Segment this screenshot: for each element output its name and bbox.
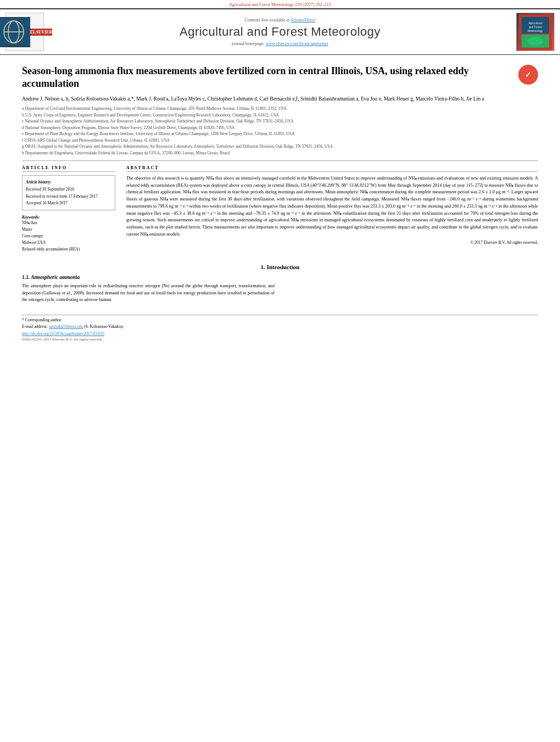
contents-line: Contents lists available at ScienceDirec… bbox=[49, 18, 511, 23]
journal-main-title: Agricultural and Forest Meteorology bbox=[49, 25, 511, 39]
corresponding-author-note: * Corresponding author. bbox=[22, 317, 538, 322]
intro-col-left: The atmosphere plays an important role i… bbox=[22, 283, 275, 304]
keywords-section: Keywords: NH₃ fluxMaizeCorn canopyMidwes… bbox=[22, 215, 115, 253]
svg-text:Meteorology: Meteorology bbox=[528, 29, 543, 32]
revised-date: Received in revised form 17 February 201… bbox=[26, 193, 111, 199]
article-history-box: Article history: Received 30 September 2… bbox=[22, 175, 115, 210]
introduction-section: 1. Introduction 1.1. Atmospheric ammonia… bbox=[22, 264, 538, 304]
article-history-label: Article history: bbox=[26, 179, 111, 185]
journal-banner: ELSEVIER Contents lists available at Sci… bbox=[0, 8, 560, 55]
footnote-section: * Corresponding author. E-mail address: … bbox=[22, 315, 538, 342]
intro-columns: The atmosphere plays an important role i… bbox=[22, 283, 538, 304]
main-content: Season-long ammonia flux measurements ab… bbox=[0, 55, 560, 347]
svg-point-10 bbox=[527, 37, 544, 46]
email-link[interactable]: satiriak@illinois.edu bbox=[49, 324, 83, 329]
journal-homepage-link[interactable]: www.elsevier.com/locate/agrformet bbox=[266, 41, 328, 46]
svg-text:and Forest: and Forest bbox=[529, 25, 542, 29]
svg-text:Agricultural: Agricultural bbox=[528, 21, 542, 25]
article-info-column: Article Info Article history: Received 3… bbox=[22, 165, 115, 253]
affiliation-item: d National Atmospheric Deposition Progra… bbox=[22, 125, 538, 131]
article-info-heading: Article Info bbox=[22, 165, 115, 172]
affiliation-item: e Department of Plant Biology and the En… bbox=[22, 131, 538, 137]
keyword-item: Relaxed eddy accumulation (REA) bbox=[22, 246, 115, 253]
affiliation-item: c National Oceanic and Atmospheric Admin… bbox=[22, 119, 538, 125]
section-1-heading: 1. Introduction bbox=[22, 264, 538, 270]
journal-ref-line: Agricultural and Forest Meteorology 239 … bbox=[0, 0, 560, 8]
abstract-heading: Abstract bbox=[126, 165, 538, 172]
keyword-item: Maize bbox=[22, 226, 115, 233]
email-note: E-mail address: satiriak@illinois.edu (S… bbox=[22, 324, 538, 329]
affiliation-item: b U.S. Army Corps of Engineers, Engineer… bbox=[22, 113, 538, 119]
keyword-item: NH₃ flux bbox=[22, 220, 115, 226]
journal-title-block: Contents lists available at ScienceDirec… bbox=[49, 18, 511, 46]
keyword-item: Corn canopy bbox=[22, 233, 115, 239]
article-body-columns: Article Info Article history: Received 3… bbox=[22, 165, 538, 253]
accepted-date: Accepted 16 March 2017 bbox=[26, 200, 111, 206]
affiliations-block: a Department of Civil and Environmental … bbox=[22, 106, 538, 156]
doi-line: http://dx.doi.org/10.1016/j.agrformet.20… bbox=[22, 331, 538, 336]
affiliation-item: g ORAU Assigned to the National Oceanic … bbox=[22, 144, 538, 150]
keywords-list: NH₃ fluxMaizeCorn canopyMidwest USARelax… bbox=[22, 220, 115, 253]
elsevier-logo: ELSEVIER bbox=[5, 13, 44, 51]
received-date: Received 30 September 2016 bbox=[26, 186, 111, 192]
journal-logo-right: Agricultural and Forest Meteorology bbox=[516, 13, 555, 51]
divider-1 bbox=[22, 160, 538, 161]
section-1-1-heading: 1.1. Atmospheric ammonia bbox=[22, 275, 538, 280]
doi-link[interactable]: http://dx.doi.org/10.1016/j.agrformet.20… bbox=[22, 331, 104, 336]
homepage-line: journal homepage: www.elsevier.com/locat… bbox=[49, 41, 511, 46]
abstract-text: The objective of this research is to qua… bbox=[126, 175, 538, 238]
abstract-column: Abstract The objective of this research … bbox=[126, 165, 538, 253]
copyright-line: © 2017 Elsevier B.V. All rights reserved… bbox=[126, 240, 538, 245]
affiliation-item: f USDA-ARS Global Change and Photosynthe… bbox=[22, 138, 538, 144]
intro-paragraph: The atmosphere plays an important role i… bbox=[22, 283, 275, 304]
crossmark-badge: ✓ bbox=[518, 65, 538, 85]
article-title: Season-long ammonia flux measurements ab… bbox=[22, 65, 513, 91]
authors-line: Andrew J. Nelson a, b, Sotiria Koloutsou… bbox=[22, 95, 538, 103]
article-title-section: Season-long ammonia flux measurements ab… bbox=[22, 60, 538, 91]
affiliation-item: h Departamento de Engenharia, Universida… bbox=[22, 150, 538, 157]
intro-col-right bbox=[285, 283, 538, 304]
keywords-label: Keywords: bbox=[22, 215, 115, 220]
license-line: 0168-1923/© 2017 Elsevier B.V. All right… bbox=[22, 337, 538, 342]
keyword-item: Midwest USA bbox=[22, 239, 115, 246]
affiliation-item: a Department of Civil and Environmental … bbox=[22, 106, 538, 112]
sciencedirect-link[interactable]: ScienceDirect bbox=[291, 18, 316, 23]
